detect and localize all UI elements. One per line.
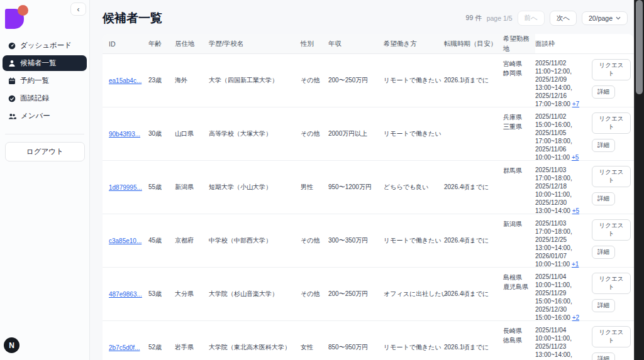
page-indicator: page 1/5 (487, 14, 513, 22)
col-header-slots: 面談枠 (535, 34, 592, 53)
check-circle-icon (8, 95, 16, 102)
detail-button[interactable]: 詳細 (592, 299, 615, 312)
n-dev-badge[interactable]: N (4, 337, 19, 353)
gender-cell: その他 (301, 76, 328, 85)
actions-cell: リクエスト 詳細 (592, 54, 634, 99)
actions-cell: リクエスト 詳細 (592, 161, 634, 205)
col-header-timing: 転職時期（目安） (444, 34, 503, 53)
actions-cell: リクエスト 詳細 (592, 321, 634, 360)
logo-dot (18, 5, 28, 16)
timing-cell: 2026.1頃までに (444, 76, 503, 85)
income-cell: 300〜350万円 (328, 236, 384, 245)
education-cell: 大学（四国新工業大学） (209, 76, 301, 85)
id-cell: 2b7c5d0f... (103, 344, 148, 351)
gender-cell: その他 (301, 129, 328, 138)
workstyle-cell: リモートで働きたい (384, 129, 444, 138)
locations-cell: 兵庫県 三重県 (503, 107, 535, 131)
age-cell: 55歳 (148, 183, 175, 192)
request-button[interactable]: リクエスト (592, 273, 631, 294)
gender-cell: 男性 (301, 183, 328, 192)
request-button[interactable]: リクエスト (592, 326, 631, 347)
workstyle-cell: オフィスに出社したい (384, 290, 444, 298)
col-header-id: ID (103, 34, 148, 53)
sidebar-item-dashboard[interactable]: ダッシュボード (3, 38, 87, 53)
slots-cell: 2025/11/03 17:00~18:00, 2025/12/18 10:00… (535, 161, 592, 215)
sidebar-item-reservations[interactable]: 予約一覧 (3, 73, 87, 89)
id-cell: ea15ab4c... (103, 77, 148, 84)
education-cell: 高等学校（大塚大学） (209, 129, 301, 138)
slots-cell: 2025/11/02 11:00~12:00, 2025/12/09 13:00… (535, 54, 592, 108)
sidebar-item-members[interactable]: メンバー (3, 108, 87, 124)
slot-times: 2025/11/03 17:00~18:00, 2025/12/25 13:00… (535, 220, 572, 268)
education-cell: 中学校（中部西大学） (209, 236, 301, 245)
actions-cell: リクエスト 詳細 (592, 107, 634, 152)
residence-cell: 山口県 (175, 129, 209, 138)
detail-button[interactable]: 詳細 (592, 139, 615, 152)
slots-cell: 2025/11/03 17:00~18:00, 2025/12/25 13:00… (535, 214, 592, 268)
education-cell: 大学院（東北高木医科大学） (209, 343, 301, 352)
col-header-actions (592, 34, 634, 53)
page-title: 候補者一覧 (103, 10, 162, 26)
more-slots-link[interactable]: +5 (572, 154, 579, 161)
per-page-value: 20/page (589, 14, 613, 22)
sidebar-item-candidates[interactable]: 候補者一覧 (3, 55, 87, 71)
request-button[interactable]: リクエスト (592, 166, 631, 187)
locations-cell: 長崎県 徳島県 (503, 321, 535, 345)
candidate-id-link[interactable]: c3a85e10... (109, 237, 142, 244)
more-slots-link[interactable]: +7 (572, 101, 579, 107)
gender-cell: 女性 (301, 343, 328, 352)
more-slots-link[interactable]: +2 (572, 314, 579, 321)
chevron-down-icon (616, 16, 621, 20)
candidate-id-link[interactable]: 1d879995... (109, 184, 142, 191)
candidate-id-link[interactable]: 487e9863... (109, 291, 142, 298)
timing-cell: 2026.4頃までに (444, 183, 503, 192)
prev-page-button[interactable]: 前へ (518, 11, 545, 26)
locations-cell: 群馬県 (503, 161, 535, 175)
request-button[interactable]: リクエスト (592, 59, 631, 80)
sidebar-item-label: 候補者一覧 (20, 58, 57, 68)
total-count: 99 件 (466, 14, 482, 23)
sidebar-collapse-button[interactable]: ‹ (70, 3, 86, 16)
page-scrollbar-track[interactable] (634, 0, 644, 360)
detail-button[interactable]: 詳細 (592, 192, 615, 205)
table-row: 1d879995... 55歳 新潟県 短期大学（小山大学） 男性 950〜12… (103, 161, 634, 214)
table-row: ea15ab4c... 23歳 海外 大学（四国新工業大学） その他 200〜2… (103, 54, 634, 107)
actions-cell: リクエスト 詳細 (592, 268, 634, 312)
col-header-locations: 希望勤務地 (503, 34, 535, 53)
id-cell: 487e9863... (103, 291, 148, 298)
education-cell: 大学院（杉山音楽大学） (209, 290, 301, 298)
candidate-id-link[interactable]: 90b43f93... (109, 131, 140, 138)
locations-cell: 新潟県 (503, 214, 535, 229)
slots-cell: 2025/11/04 10:00~11:00, 2025/11/29 15:00… (535, 268, 592, 322)
col-header-residence: 居住地 (175, 34, 209, 53)
residence-cell: 海外 (175, 76, 209, 85)
table-row: 487e9863... 53歳 大分県 大学院（杉山音楽大学） その他 200〜… (103, 268, 634, 321)
slot-times: 2025/11/03 17:00~18:00, 2025/12/18 10:00… (535, 166, 572, 214)
request-button[interactable]: リクエスト (592, 112, 631, 134)
detail-button[interactable]: 詳細 (592, 352, 615, 360)
workstyle-cell: リモートで働きたい (384, 76, 444, 85)
timing-cell: 2026.4頃までに (444, 236, 503, 245)
next-page-button[interactable]: 次へ (550, 11, 577, 26)
people-icon (8, 112, 16, 120)
residence-cell: 新潟県 (175, 183, 209, 192)
logout-button[interactable]: ログアウト (5, 142, 85, 161)
income-cell: 200〜250万円 (328, 290, 384, 298)
request-button[interactable]: リクエスト (592, 219, 631, 241)
age-cell: 52歳 (148, 343, 175, 352)
candidate-id-link[interactable]: 2b7c5d0f... (109, 344, 140, 351)
gender-cell: その他 (301, 236, 328, 245)
income-cell: 200〜250万円 (328, 76, 384, 85)
detail-button[interactable]: 詳細 (592, 246, 615, 259)
slots-cell: 2025/11/02 15:00~16:00, 2025/11/05 17:00… (535, 107, 592, 161)
detail-button[interactable]: 詳細 (592, 85, 615, 99)
more-slots-link[interactable]: +5 (572, 207, 579, 214)
sidebar-item-label: 面談記録 (20, 94, 49, 103)
more-slots-link[interactable]: +1 (572, 261, 579, 268)
sidebar-item-interview-records[interactable]: 面談記録 (3, 90, 87, 106)
actions-cell: リクエスト 詳細 (592, 214, 634, 259)
page-scrollbar-thumb[interactable] (636, 0, 643, 94)
candidate-id-link[interactable]: ea15ab4c... (109, 77, 142, 84)
income-cell: 2000万円以上 (328, 129, 384, 138)
per-page-select[interactable]: 20/page (582, 11, 628, 25)
